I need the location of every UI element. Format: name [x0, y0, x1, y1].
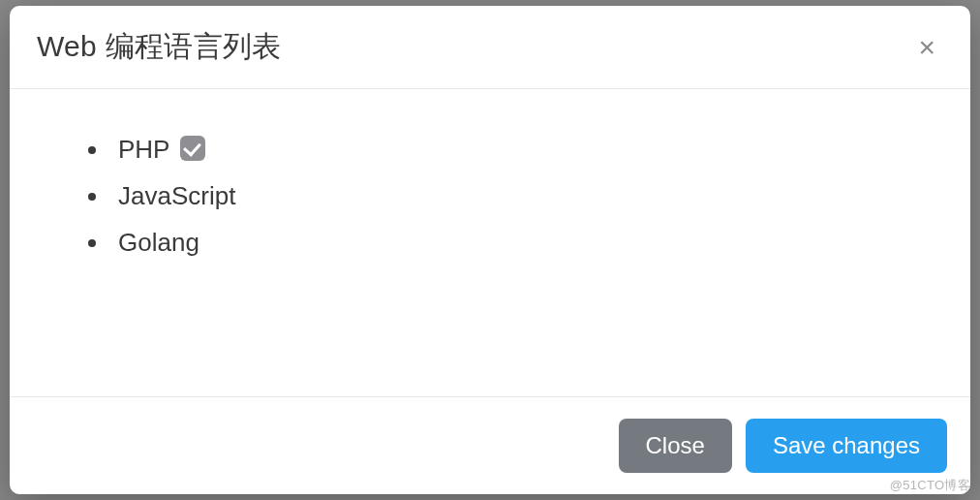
language-name: PHP — [118, 135, 169, 164]
save-changes-button[interactable]: Save changes — [746, 419, 947, 473]
modal-dialog: Web 编程语言列表 × PHP JavaScript Golang Close… — [10, 6, 970, 494]
modal-footer: Close Save changes — [10, 396, 970, 494]
modal-title: Web 编程语言列表 — [37, 27, 281, 67]
language-name: JavaScript — [118, 181, 235, 210]
close-icon[interactable]: × — [910, 29, 943, 66]
list-item: Golang — [110, 219, 943, 266]
language-name: Golang — [118, 228, 199, 257]
modal-body: PHP JavaScript Golang — [10, 89, 970, 396]
close-button[interactable]: Close — [619, 419, 732, 473]
watermark-text: @51CTO博客 — [890, 477, 970, 494]
list-item: PHP — [110, 126, 943, 172]
modal-header: Web 编程语言列表 × — [10, 6, 970, 89]
language-list: PHP JavaScript Golang — [37, 126, 943, 266]
list-item: JavaScript — [110, 172, 943, 219]
checkmark-icon — [180, 136, 205, 161]
